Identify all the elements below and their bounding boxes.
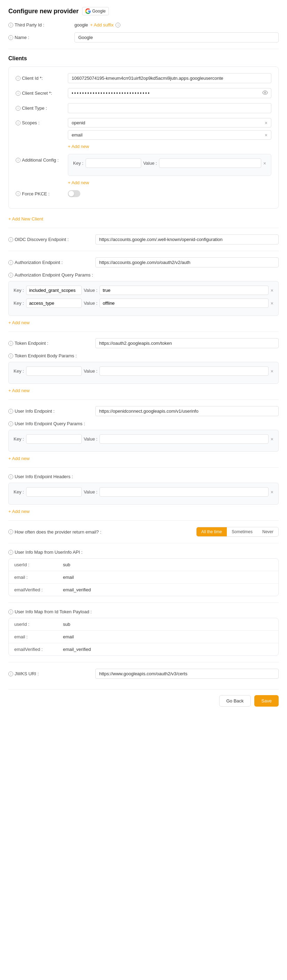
additional-config-info-icon[interactable]: i xyxy=(16,158,21,163)
add-user-info-header-link[interactable]: + Add new xyxy=(8,509,30,514)
section-divider-8 xyxy=(8,543,279,543)
page-header: Configure new provider Google xyxy=(8,7,279,15)
authorization-endpoint-input[interactable] xyxy=(95,257,279,267)
user-info-info-icon[interactable]: i xyxy=(8,409,13,414)
auth-param-1-key-input[interactable] xyxy=(26,286,82,295)
token-body-value-label: Value : xyxy=(84,369,98,374)
map-token-emailverified-row: emailVerified : email_verified xyxy=(9,643,278,655)
auth-query-params-label: i Authorization Endpoint Query Params : xyxy=(8,272,279,278)
scope-tag-openid-remove[interactable]: × xyxy=(265,121,268,126)
user-info-query-params-info-icon[interactable]: i xyxy=(8,422,13,426)
google-badge: Google xyxy=(82,7,109,15)
add-auth-param-link[interactable]: + Add new xyxy=(8,320,30,325)
additional-config-row: i Additional Config : Key : Value : × + … xyxy=(16,154,271,185)
map-api-userid-row: userId : sub xyxy=(9,558,278,571)
scopes-row: i Scopes : openid × email × + Add new xyxy=(16,118,271,149)
scopes-info-icon[interactable]: i xyxy=(16,121,21,126)
name-input[interactable] xyxy=(75,32,279,43)
user-info-query-params-label: i User Info Endpoint Query Params : xyxy=(8,421,279,426)
token-endpoint-row: i Token Endpoint : xyxy=(8,338,279,348)
add-token-body-param-link[interactable]: + Add new xyxy=(8,388,30,393)
auth-param-1-remove[interactable]: × xyxy=(271,288,273,293)
additional-config-kv-remove[interactable]: × xyxy=(263,161,266,166)
map-token-userid-value: sub xyxy=(63,622,70,627)
jwks-uri-input[interactable] xyxy=(95,669,279,679)
add-new-client-link[interactable]: + Add New Client xyxy=(8,216,43,221)
jwks-info-icon[interactable]: i xyxy=(8,671,13,676)
client-secret-info-icon[interactable]: i xyxy=(16,91,21,96)
user-info-headers-kv-remove[interactable]: × xyxy=(271,489,273,495)
oidc-info-icon[interactable]: i xyxy=(8,237,13,242)
token-body-key-input[interactable] xyxy=(26,366,82,376)
section-divider-4 xyxy=(8,331,279,332)
freq-btn-never[interactable]: Never xyxy=(257,527,278,536)
map-api-email-row: email : email xyxy=(9,571,278,584)
user-info-headers-value-input[interactable] xyxy=(100,487,268,496)
add-user-info-query-param-link[interactable]: + Add new xyxy=(8,456,30,461)
map-token-email-key: email : xyxy=(14,634,63,640)
user-info-query-key-input[interactable] xyxy=(26,434,82,444)
auth-param-row-1: Key : Value : × xyxy=(14,286,273,295)
user-info-headers-container: Key : Value : × xyxy=(8,483,279,504)
user-info-map-token-label: i User Info Map from Id Token Payload : xyxy=(8,609,279,614)
name-info-icon[interactable]: i xyxy=(8,35,13,40)
additional-config-value-input[interactable] xyxy=(159,159,261,168)
toggle-visibility-icon[interactable] xyxy=(262,90,268,97)
user-info-headers-info-icon[interactable]: i xyxy=(8,474,13,479)
additional-config-key-input[interactable] xyxy=(86,159,141,168)
add-scope-link[interactable]: + Add new xyxy=(68,144,89,149)
token-body-params-section: i Token Endpoint Body Params : Key : Val… xyxy=(8,353,279,393)
client-type-input[interactable] xyxy=(68,103,271,113)
token-body-kv-row: Key : Value : × xyxy=(14,366,273,376)
auth-param-1-value-input[interactable] xyxy=(100,286,268,295)
auth-param-2-key-input[interactable] xyxy=(26,299,82,308)
force-pkce-info-icon[interactable]: i xyxy=(16,191,21,196)
user-info-headers-key-input[interactable] xyxy=(26,487,82,496)
add-additional-config-link[interactable]: + Add new xyxy=(68,180,89,185)
freq-btn-sometimes[interactable]: Sometimes xyxy=(227,527,257,536)
token-body-params-info-icon[interactable]: i xyxy=(8,353,13,358)
auth-info-icon[interactable]: i xyxy=(8,260,13,265)
email-freq-info-icon[interactable]: i xyxy=(8,529,13,534)
save-button[interactable]: Save xyxy=(254,695,279,706)
additional-config-label: i Additional Config : xyxy=(16,158,64,163)
user-info-map-api-section: i User Info Map from UserInfo API : user… xyxy=(8,550,279,596)
token-endpoint-input[interactable] xyxy=(95,338,279,348)
third-party-id-info-icon[interactable]: i xyxy=(8,23,13,27)
section-divider-1 xyxy=(8,49,279,49)
client-id-label: i Client Id *: xyxy=(16,76,64,81)
badge-label: Google xyxy=(92,9,106,14)
add-suffix-link[interactable]: + Add suffix xyxy=(90,22,113,27)
additional-config-container: Key : Value : × + Add new xyxy=(68,154,271,185)
token-info-icon[interactable]: i xyxy=(8,341,13,346)
token-body-value-input[interactable] xyxy=(100,366,268,376)
user-info-map-api-info-icon[interactable]: i xyxy=(8,550,13,555)
user-info-headers-key-label: Key : xyxy=(14,489,24,495)
user-info-query-value-input[interactable] xyxy=(100,434,268,444)
freq-btn-all-the-time[interactable]: All the time xyxy=(197,527,227,536)
user-info-endpoint-input[interactable] xyxy=(95,406,279,416)
auth-param-2-remove[interactable]: × xyxy=(271,301,273,306)
map-api-email-value: email xyxy=(63,574,74,580)
auth-param-2-value-input[interactable] xyxy=(100,299,268,308)
user-info-query-kv-remove[interactable]: × xyxy=(271,436,273,442)
client-type-info-icon[interactable]: i xyxy=(16,106,21,111)
scope-tag-email-remove[interactable]: × xyxy=(265,133,268,138)
jwks-uri-label: i JWKS URI : xyxy=(8,671,92,676)
token-body-params-container: Key : Value : × xyxy=(8,362,279,384)
token-body-params-label: i Token Endpoint Body Params : xyxy=(8,353,279,358)
go-back-button[interactable]: Go Back xyxy=(219,695,251,706)
auth-param-2-value-label: Value : xyxy=(84,301,98,306)
oidc-discovery-row: i OIDC Discovery Endpoint : xyxy=(8,234,279,245)
client-secret-input[interactable] xyxy=(68,88,271,98)
user-info-map-token-info-icon[interactable]: i xyxy=(8,609,13,614)
auth-query-params-info-icon[interactable]: i xyxy=(8,273,13,278)
force-pkce-toggle[interactable] xyxy=(68,190,80,197)
suffix-info-icon[interactable]: i xyxy=(116,23,121,27)
token-body-kv-remove[interactable]: × xyxy=(271,369,273,374)
client-id-info-icon[interactable]: i xyxy=(16,76,21,81)
oidc-discovery-input[interactable] xyxy=(95,234,279,245)
section-divider-10 xyxy=(8,662,279,662)
client-id-input[interactable] xyxy=(68,73,271,83)
user-info-endpoint-row: i User Info Endpoint : xyxy=(8,406,279,416)
